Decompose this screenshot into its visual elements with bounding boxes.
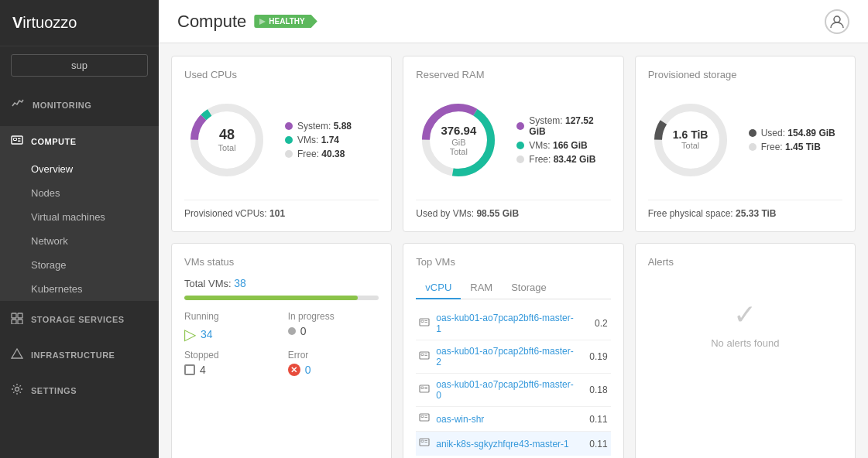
vm-icon-2	[419, 384, 430, 397]
inprogress-value-row: 0	[288, 325, 379, 337]
svg-rect-28	[421, 387, 424, 389]
vm-name-4[interactable]: anik-k8s-sgkyzhfqre43-master-1	[436, 439, 578, 449]
ram-legend-system: System: 127.52 GiB	[516, 115, 610, 137]
user-icon	[829, 14, 845, 29]
page-title: Compute	[177, 12, 246, 32]
compute-header[interactable]: COMPUTE	[0, 126, 159, 157]
nav-overview[interactable]: Overview	[0, 157, 159, 181]
alerts-card: Alerts ✓ No alerts found	[635, 243, 856, 458]
compute-icon	[11, 134, 23, 149]
check-icon: ✓	[733, 299, 756, 331]
ram-legend-vms: VMs: 166 GiB	[516, 140, 610, 151]
vms-progress-bar-container	[184, 296, 379, 300]
error-value-link[interactable]: 0	[305, 364, 311, 376]
used-by-vms-label: Used by VMs:	[416, 208, 474, 219]
legend-free-label: Free: 40.38	[297, 149, 345, 159]
ram-free-value: 83.42 GiB	[554, 154, 596, 165]
storage-legend-free: Free: 1.45 TiB	[749, 142, 835, 152]
running-value-row: ▷ 34	[184, 325, 276, 344]
main-header: Compute HEALTHY	[159, 0, 868, 43]
nav-kubernetes[interactable]: Kubernetes	[0, 277, 159, 301]
reserved-ram-donut: 376.94 GiB Total	[416, 97, 501, 183]
tab-vcpu[interactable]: vCPU	[416, 277, 461, 299]
vm-name-1[interactable]: oas-kub01-ao7pcap2bft6-master-2	[436, 346, 578, 367]
alerts-empty: ✓ No alerts found	[648, 277, 842, 370]
user-avatar[interactable]	[825, 9, 849, 34]
storage-services-header[interactable]: STORAGE SERVICES	[0, 304, 159, 335]
total-vms-link[interactable]: 38	[234, 277, 246, 289]
top-vms-title: Top VMs	[416, 256, 610, 268]
nav-nodes[interactable]: Nodes	[0, 181, 159, 205]
vm-val-2: 0.18	[585, 385, 608, 395]
inprogress-stat: In progress 0	[288, 311, 379, 344]
health-badge: HEALTHY	[254, 15, 317, 28]
storage-services-icon	[11, 312, 23, 327]
page-title-area: Compute HEALTHY	[177, 12, 317, 32]
svg-rect-1	[14, 138, 17, 141]
user-section: sup	[0, 46, 159, 84]
settings-header[interactable]: SETTINGS	[0, 375, 159, 406]
section-infrastructure: INFRASTRUCTURE	[0, 340, 159, 371]
reserved-ram-center: 376.94 GiB Total	[441, 125, 476, 156]
reserved-ram-card: Reserved RAM 376.94 GiB	[403, 56, 623, 232]
used-cpus-label: Total	[218, 143, 235, 152]
running-value-link[interactable]: 34	[201, 328, 213, 340]
vm-icon-4	[419, 437, 430, 450]
reserved-ram-chart-area: 376.94 GiB Total System: 127.52 GiB VMs:…	[416, 90, 610, 190]
svg-point-10	[834, 16, 840, 22]
legend-vms-dot	[285, 136, 293, 144]
alerts-title: Alerts	[648, 256, 842, 268]
dashboard-grid: Used CPUs 48 Total	[159, 43, 868, 458]
used-cpus-footer: Provisioned vCPUs: 101	[184, 200, 379, 219]
legend-vms-value: 1.74	[321, 135, 339, 145]
alerts-empty-text: No alerts found	[711, 337, 779, 349]
monitoring-header[interactable]: MONITORING	[0, 89, 159, 121]
provisioned-storage-legend: Used: 154.89 GiB Free: 1.45 TiB	[749, 128, 835, 152]
user-button[interactable]: sup	[11, 54, 148, 77]
ram-vms-value: 166 GiB	[553, 140, 588, 151]
provisioned-vcpus-value: 101	[269, 208, 285, 219]
svg-rect-6	[12, 320, 16, 324]
vm-name-2[interactable]: oas-kub01-ao7pcap2bft6-master-0	[436, 379, 578, 401]
logo-text: Virtuozzo	[12, 14, 77, 31]
legend-system: System: 5.88	[285, 121, 352, 132]
list-item: oas-kub01-ao7pcap2bft6-master-1 0.2	[416, 307, 610, 340]
inprogress-icon	[288, 327, 296, 335]
vm-icon-0	[419, 317, 430, 330]
nav-virtual-machines[interactable]: Virtual machines	[0, 205, 159, 229]
nav-storage[interactable]: Storage	[0, 253, 159, 277]
used-cpus-center: 48 Total	[218, 128, 235, 152]
storage-free-text: Free: 1.45 TiB	[761, 142, 821, 152]
list-item: oas-win-shr 0.11	[416, 407, 610, 432]
svg-rect-32	[421, 415, 424, 418]
ram-unit: GiB	[441, 137, 476, 146]
tab-ram[interactable]: RAM	[461, 277, 502, 299]
vms-status-card: VMs status Total VMs: 38 Running ▷ 34	[171, 243, 392, 458]
infrastructure-header[interactable]: INFRASTRUCTURE	[0, 340, 159, 371]
vm-name-0[interactable]: oas-kub01-ao7pcap2bft6-master-1	[436, 313, 578, 334]
total-vms-label: Total VMs:	[184, 278, 232, 289]
nav-network[interactable]: Network	[0, 229, 159, 253]
reserved-ram-value: 376.94	[441, 125, 476, 138]
infrastructure-label: INFRASTRUCTURE	[31, 350, 115, 360]
compute-label: COMPUTE	[31, 137, 77, 146]
legend-vms: VMs: 1.74	[285, 135, 352, 145]
provisioned-storage-donut: 1.6 TiB Total	[648, 97, 733, 183]
used-cpus-donut: 48 Total	[184, 97, 269, 183]
top-vms-tabs: vCPU RAM Storage	[416, 277, 610, 299]
error-value-row: ✕ 0	[288, 364, 379, 376]
storage-services-label: STORAGE SERVICES	[31, 315, 125, 324]
svg-rect-24	[421, 354, 424, 356]
used-cpus-value: 48	[218, 128, 235, 143]
vm-name-3[interactable]: oas-win-shr	[436, 414, 578, 425]
error-label: Error	[288, 350, 379, 361]
svg-point-9	[15, 388, 19, 391]
ram-system-value: 127.52 GiB	[529, 115, 593, 137]
ram-value-num: 376.94	[441, 124, 476, 137]
vm-stats-grid: Running ▷ 34 In progress 0 Stopped	[184, 311, 379, 376]
tab-storage[interactable]: Storage	[502, 277, 556, 299]
list-item: oas-kub01-ao7pcap2bft6-master-0 0.18	[416, 374, 610, 407]
ram-legend-system-text: System: 127.52 GiB	[529, 115, 610, 137]
provisioned-vcpus-label: Provisioned vCPUs:	[184, 208, 267, 219]
svg-rect-36	[421, 440, 424, 443]
